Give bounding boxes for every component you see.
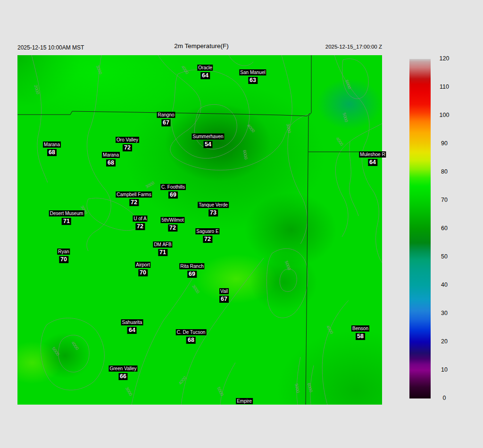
- colorbar-tick-label: 40: [435, 282, 454, 288]
- station-name: U of A: [133, 216, 147, 222]
- station-value: 64: [368, 159, 377, 166]
- station-name: Desert Museum: [49, 210, 84, 216]
- colorbar-tick-label: 0: [435, 395, 454, 401]
- colorbar-tick-label: 60: [435, 225, 454, 232]
- station-name: C. De Tucson: [176, 329, 207, 335]
- station: San Manuel63: [239, 69, 266, 84]
- station-value: 58: [356, 333, 365, 340]
- colorbar-tick-label: 30: [435, 310, 454, 316]
- station: U of A72: [133, 216, 147, 230]
- station-value: 54: [203, 141, 213, 148]
- station-name: Benson: [351, 325, 369, 332]
- station: Tanque Verde73: [198, 202, 229, 216]
- station-name: Tanque Verde: [198, 202, 229, 208]
- station-value: 70: [59, 256, 68, 263]
- colorbar-tick-label: 110: [435, 83, 454, 90]
- station-value: 71: [158, 249, 167, 256]
- station: Marana68: [43, 141, 61, 156]
- station: 5th/Wilmot72: [160, 217, 184, 232]
- station-value: 72: [135, 223, 145, 230]
- colorbar-tick-label: 120: [435, 55, 454, 62]
- station-name: Saguaro E: [195, 228, 219, 234]
- station-value: 63: [248, 77, 258, 84]
- station-value: 72: [168, 224, 177, 232]
- station-value: 67: [219, 296, 229, 303]
- station-value: 72: [123, 144, 132, 151]
- colorbar-tick-label: 20: [435, 338, 454, 345]
- station-value: 69: [187, 271, 197, 278]
- colorbar-tick-label: 90: [435, 140, 454, 147]
- station-name: Airport: [135, 262, 150, 268]
- station: Campbell Farms72: [116, 191, 152, 206]
- station-value: 64: [200, 72, 210, 79]
- station-name: Oro Valley: [116, 137, 139, 143]
- station-name: Oracle: [197, 65, 213, 71]
- station: Muleshoe R64: [359, 151, 386, 166]
- colorbar-tick-label: 70: [435, 197, 454, 203]
- station: Airport70: [135, 262, 150, 276]
- station: DM AFB71: [153, 241, 172, 256]
- station-value: 66: [118, 373, 128, 380]
- station: Saguaro E72: [195, 228, 219, 243]
- station: Ryan70: [57, 249, 70, 263]
- station: Benson58: [351, 325, 369, 340]
- station: Sahuarita64: [121, 319, 143, 334]
- station-value: 72: [203, 236, 212, 243]
- colorbar-tick-label: 100: [435, 112, 454, 118]
- station-value: 72: [129, 199, 139, 206]
- colorbar: [409, 59, 431, 398]
- temperature-map: 2000300040003000400060005000600040003000…: [17, 55, 382, 405]
- station: Rita Ranch69: [179, 263, 204, 278]
- station-name: Empire: [236, 398, 253, 404]
- station-name: Marana: [43, 141, 61, 148]
- station: Vail67: [219, 288, 229, 303]
- station: Rangno67: [157, 112, 175, 126]
- station: Empire: [236, 398, 253, 404]
- station-name: Muleshoe R: [359, 151, 386, 158]
- station-name: Ryan: [57, 249, 70, 255]
- station-value: 70: [138, 269, 148, 276]
- station-value: 67: [161, 119, 171, 126]
- station-name: Rangno: [157, 112, 175, 118]
- station: Summerhaven54: [192, 133, 224, 148]
- station: Marana68: [102, 152, 120, 166]
- page-title: 2m Temperature(F): [133, 42, 270, 50]
- station-name: Summerhaven: [192, 133, 224, 140]
- station-name: 5th/Wilmot: [160, 217, 184, 223]
- station-name: Campbell Farms: [116, 191, 152, 198]
- station-name: Rita Ranch: [179, 263, 204, 269]
- station-value: 68: [47, 149, 57, 156]
- station-value: 73: [208, 209, 218, 216]
- station-name: Vail: [219, 288, 229, 294]
- station-name: Green Valley: [108, 365, 137, 372]
- timestamp-local: 2025-12-15 10:00AM MST: [17, 44, 84, 51]
- station: C. Foothills69: [160, 184, 186, 199]
- timestamp-utc: 2025-12-15_17:00:00 Z: [311, 44, 382, 50]
- station-name: C. Foothills: [160, 184, 186, 190]
- station-name: Sahuarita: [121, 319, 143, 325]
- station: Desert Museum71: [49, 210, 84, 225]
- colorbar-tick-label: 80: [435, 168, 454, 175]
- colorbar-tick-label: 10: [435, 366, 454, 373]
- station: Green Valley66: [108, 365, 137, 380]
- station-name: San Manuel: [239, 69, 266, 75]
- station-value: 64: [127, 327, 137, 334]
- station: Oro Valley72: [116, 137, 139, 151]
- colorbar-tick-label: 50: [435, 253, 454, 260]
- station-value: 68: [186, 337, 196, 344]
- station-name: Marana: [102, 152, 120, 158]
- station-value: 68: [106, 159, 116, 166]
- station-value: 71: [62, 218, 71, 225]
- station: Oracle64: [197, 65, 213, 79]
- station-value: 69: [168, 191, 178, 199]
- station: C. De Tucson68: [176, 329, 207, 344]
- station-name: DM AFB: [153, 241, 172, 248]
